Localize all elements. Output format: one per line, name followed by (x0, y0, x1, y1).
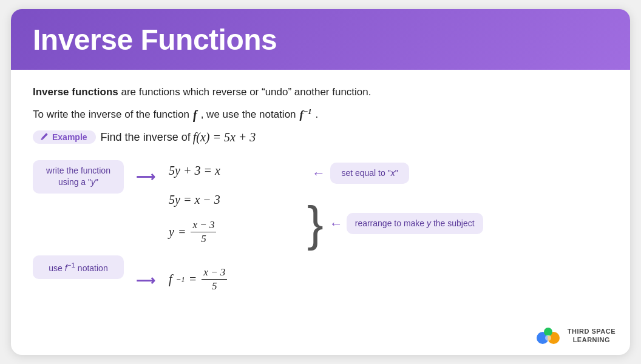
arrow2-row: ⟶ (130, 262, 161, 300)
example-row: Example Find the inverse of f(x) = 5x + … (33, 130, 608, 144)
final-denominator: 5 (210, 280, 219, 292)
arrow-right-1: ⟶ (136, 169, 155, 185)
logo-icon (535, 322, 561, 349)
left-annotations: write the function using a "y" use f−1 n… (33, 160, 124, 279)
notation-finv: f−1 (300, 107, 312, 121)
example-badge-label: Example (52, 132, 87, 142)
right-annot-rearrange: rearrange to make y the subject (347, 213, 483, 235)
example-badge: Example (33, 130, 96, 144)
pencil-icon (39, 132, 49, 142)
step3-row: y = x − 3 5 (169, 215, 217, 250)
notation-f: f (193, 108, 197, 122)
notation-line: To write the inverse of the function f ,… (33, 107, 608, 121)
final-row: f−1 = x − 3 5 (169, 261, 228, 298)
arrow-right-2: ⟶ (136, 273, 155, 289)
math-steps: 5y + 3 = x 5y = x − 3 y = x − 3 5 (169, 157, 302, 298)
step2-math: 5y = x − 3 (169, 193, 220, 207)
right-annot-equal: set equal to "x" (330, 163, 409, 184)
final-numerator: x − 3 (202, 266, 227, 280)
header: Inverse Functions (11, 9, 630, 70)
annot-use-notation: use f−1 notation (33, 255, 124, 279)
svg-point-2 (544, 328, 552, 336)
arrow1-row: ⟶ (130, 163, 161, 192)
right-annot-rearrange-text: rearrange to make y the subject (355, 218, 475, 228)
annot-write-function-text: write the function using a "y" (46, 166, 110, 187)
notation-text-mid: , we use the notation (201, 109, 296, 121)
example-problem-text: Find the inverse of (101, 131, 191, 144)
right-row1: ← set equal to "x" (307, 159, 483, 188)
right-section: ← set equal to "x" } ← rearrange to make… (307, 159, 483, 257)
step3-fraction: x − 3 5 (191, 219, 216, 245)
logo-text: THIRD SPACE LEARNING (568, 327, 616, 345)
notation-text-before: To write the inverse of the function (33, 109, 189, 121)
intro-bold: Inverse functions (33, 86, 118, 98)
step1-row: 5y + 3 = x (169, 157, 220, 186)
final-math: f−1 = x − 3 5 (169, 266, 228, 292)
annot-write-function: write the function using a "y" (33, 160, 124, 194)
right-annot-equal-text: set equal to "x" (341, 168, 398, 178)
step1-math: 5y + 3 = x (169, 164, 220, 178)
intro-rest: are functions which reverse or “undo” an… (118, 86, 371, 98)
page-title: Inverse Functions (33, 23, 277, 56)
footer: THIRD SPACE LEARNING (11, 317, 630, 355)
intro-paragraph: Inverse functions are functions which re… (33, 84, 608, 100)
example-function: f(x) = 5x + 3 (193, 130, 256, 144)
notation-text-end: . (316, 109, 319, 121)
arrow-left-2: ← (330, 216, 343, 232)
diagram-area: write the function using a "y" use f−1 n… (33, 157, 608, 300)
arrow-left-1: ← (312, 166, 325, 181)
brace-symbol: } (307, 200, 324, 248)
final-fraction: x − 3 5 (202, 266, 227, 292)
step3-denominator: 5 (199, 232, 208, 245)
right-brace-row: } ← rearrange to make y the subject (307, 190, 483, 257)
step3-math: y = x − 3 5 (169, 219, 217, 245)
step3-numerator: x − 3 (191, 219, 216, 232)
arrows-col: ⟶ ⟶ (130, 163, 161, 300)
content-area: Inverse functions are functions which re… (11, 70, 630, 317)
main-card: Inverse Functions Inverse functions are … (11, 9, 630, 355)
svg-point-3 (545, 335, 551, 341)
annot-use-notation-text: use f−1 notation (49, 263, 107, 273)
step2-row: 5y = x − 3 (169, 186, 220, 215)
